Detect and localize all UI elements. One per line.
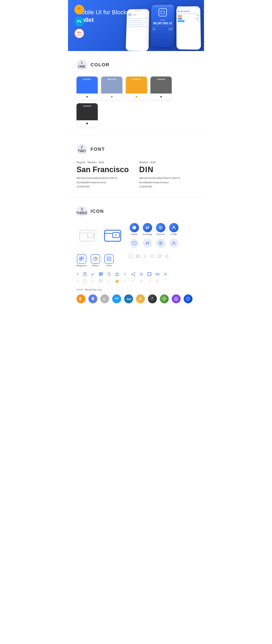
svg-text:!: ! — [96, 258, 96, 259]
svg-rect-67 — [99, 280, 101, 281]
dash-icon: DASH — [124, 294, 133, 303]
font-grid: Regular · Medium · Bold San Francisco AB… — [76, 161, 196, 189]
gear-icon — [139, 272, 144, 276]
zcash-icon: Z — [136, 294, 145, 303]
litecoin-icon: Ł — [100, 294, 109, 303]
svg-rect-45 — [100, 273, 100, 274]
qr-icon — [99, 272, 103, 276]
check-icon — [91, 272, 95, 276]
color-swatches: #3574FA #8DA0C8 #F5A623 #666666 — [76, 76, 196, 127]
svg-marker-89 — [175, 298, 177, 300]
phone-mockup-3: 9:41 ●●● $6,297,502.12 BTC +738 ETH +564… — [176, 6, 201, 50]
history-icon: ! History — [91, 254, 100, 267]
svg-point-54 — [134, 272, 135, 273]
svg-rect-66 — [84, 279, 86, 280]
svg-marker-53 — [115, 272, 119, 276]
forward-grey-icon — [147, 279, 152, 283]
star-icon — [115, 272, 119, 276]
svg-point-17 — [160, 242, 161, 244]
exchange-ghost-icon — [143, 238, 152, 248]
svg-point-75 — [157, 280, 158, 280]
iota-icon — [148, 294, 157, 303]
assets-ghost-icon — [130, 238, 139, 248]
plus-icon: + — [76, 272, 79, 276]
small-icons-row-1: + — [76, 272, 196, 276]
svg-rect-20 — [82, 257, 84, 259]
sketch-badge — [74, 5, 84, 14]
fantom-icon — [184, 294, 192, 303]
discover-ghost-icon — [156, 238, 165, 248]
chevron-left-icon — [123, 272, 127, 276]
arrows-grey-icon — [131, 279, 135, 283]
icon-section-number: 3 THREE — [76, 206, 87, 216]
svg-point-83 — [151, 299, 152, 300]
icon-labeled-row-2 — [130, 238, 178, 248]
screens-badge: 60+ Screens — [74, 28, 84, 38]
font-title: FONT — [90, 146, 105, 152]
font-sf-style: Regular · Medium · Bold — [76, 161, 133, 164]
expand-icon — [147, 272, 152, 276]
chevron-grey-icon — [123, 279, 127, 283]
ps-badge: Ps — [74, 16, 84, 26]
wallet-solid-icon — [102, 225, 123, 246]
icon-section-header: 3 THREE ICON — [76, 206, 196, 216]
exchange-icon: Exchange — [143, 223, 152, 236]
nem-icon — [160, 294, 169, 303]
check-grey-icon — [91, 279, 95, 283]
discover-icon: Discover — [156, 223, 165, 236]
swatch-dark: #303030 — [76, 103, 98, 127]
small-icons-row-2: + — [76, 279, 196, 283]
icon-labeled-group: Assets Exchange — [130, 223, 178, 248]
svg-point-31 — [136, 255, 140, 256]
swatch-grey-blue: #8DA0C8 — [101, 76, 122, 100]
font-section-number: 2 TWO — [76, 144, 87, 154]
svg-text:Z: Z — [140, 297, 142, 301]
utility-icons-row-1 — [128, 254, 169, 258]
svg-point-59 — [141, 274, 142, 275]
clipboard-icon — [83, 272, 87, 276]
profile-ghost-icon — [169, 238, 178, 248]
svg-line-57 — [132, 273, 134, 274]
phone-mockup-2: ✕ myWallet $6,297,502.12 BTC+2.1% ETH+1.… — [151, 4, 174, 47]
svg-rect-19 — [80, 257, 82, 259]
info-icon — [165, 254, 169, 258]
chat-icon — [128, 254, 133, 258]
svg-marker-15 — [132, 241, 136, 245]
font-din-chars: ABCDEFGHIJKLMNOPQRSTUVWXYZ abcdefghijklm… — [139, 176, 196, 189]
icon-labeled-row-1: Assets Exchange — [130, 223, 178, 236]
svg-point-84 — [153, 299, 154, 300]
svg-line-52 — [110, 275, 110, 276]
chat-bubble-icon — [158, 254, 162, 258]
share-icon — [131, 272, 135, 276]
svg-rect-39 — [84, 272, 86, 273]
back-grey-icon — [107, 279, 111, 283]
bottom-icon-row: Mangment ! History — [76, 254, 196, 267]
font-sf-name: San Francisco — [76, 165, 133, 174]
icon-title: ICON — [90, 208, 104, 214]
plus-grey-icon: + — [76, 279, 79, 283]
swatch-grey: #666666 — [150, 76, 172, 100]
color-section: 1 ONE COLOR #3574FA #8DA0C8 #F5A623 — [68, 51, 204, 135]
wallet-wireframe-icon — [76, 225, 98, 246]
assets-icon: Assets — [130, 223, 139, 236]
svg-point-32 — [151, 255, 154, 258]
close-icon — [164, 272, 168, 276]
svg-line-58 — [132, 274, 134, 275]
svg-rect-22 — [82, 259, 84, 261]
svg-point-10 — [115, 234, 116, 236]
svg-marker-11 — [132, 226, 136, 230]
qr-grey-icon — [99, 279, 103, 283]
svg-point-13 — [160, 227, 161, 228]
phone-mockups: Profile ✕ myWallet $6,297,502.12 — [126, 4, 201, 51]
scan-icon — [155, 272, 160, 276]
waves-icon — [112, 294, 121, 303]
utility-icons-group — [128, 254, 169, 258]
font-section: 2 TWO FONT Regular · Medium · Bold San F… — [68, 136, 204, 197]
svg-rect-21 — [80, 259, 82, 261]
svg-text:₿: ₿ — [79, 297, 81, 301]
font-block-din: Medium · Bold DIN ABCDEFGHIJKLMNOPQRSTUV… — [139, 161, 196, 189]
close-grey-icon — [139, 279, 144, 283]
info-grey-icon — [155, 279, 160, 283]
svg-rect-69 — [99, 282, 101, 283]
svg-rect-4 — [88, 233, 94, 238]
